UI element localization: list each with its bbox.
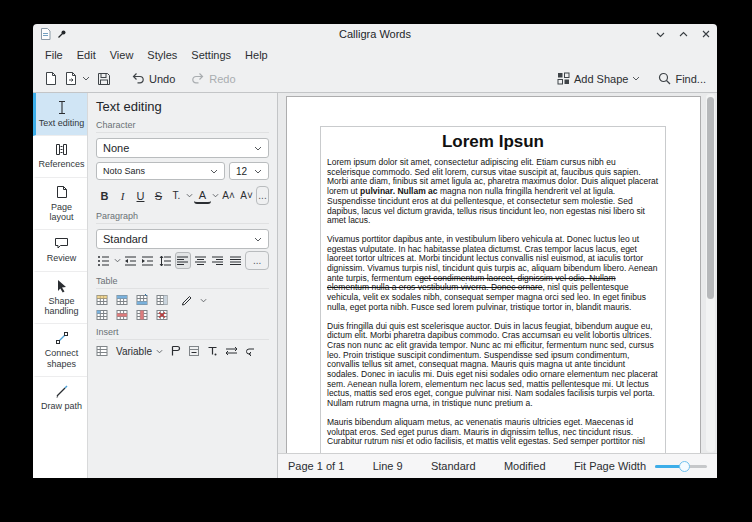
vertical-scrollbar[interactable] — [706, 94, 715, 452]
status-bar: Page 1 of 1 Line 9 Standard Modified Fit… — [278, 453, 717, 478]
menu-item-styles[interactable]: Styles — [140, 47, 184, 63]
font-color-chevron-icon[interactable] — [212, 193, 219, 198]
strikethrough-button[interactable]: S — [150, 187, 167, 204]
menu-item-view[interactable]: View — [103, 47, 141, 63]
document-area[interactable]: Lorem Ipsun Lorem ipsum dolor sit amet, … — [278, 93, 717, 453]
font-color-button[interactable]: A — [194, 188, 211, 204]
increase-indent-button[interactable] — [140, 252, 156, 269]
insert-table-icon[interactable] — [96, 294, 109, 306]
sidebar-item-draw-path[interactable]: Draw path — [33, 377, 87, 418]
shrink-font-button[interactable]: A˅ — [238, 187, 255, 204]
script-chevron-icon[interactable] — [186, 193, 193, 198]
add-shape-chevron-icon — [632, 76, 640, 81]
document-paragraph: Duis fringilla dui quis est scelerisque … — [327, 322, 659, 409]
menu-item-settings[interactable]: Settings — [184, 47, 238, 63]
sidebar-label: Connect shapes — [38, 348, 85, 369]
redo-label: Redo — [209, 73, 235, 85]
footnote-icon[interactable] — [188, 345, 200, 357]
sidebar-label: Text editing — [39, 118, 85, 128]
border-pen-chevron-icon[interactable] — [200, 298, 207, 303]
insert-row-above-icon[interactable] — [116, 294, 129, 306]
align-center-button[interactable] — [193, 252, 209, 269]
section-label-table: Table — [96, 276, 269, 289]
list-style-chevron-icon[interactable] — [114, 258, 121, 263]
open-recent-chevron-icon[interactable] — [82, 76, 90, 81]
text-cursor-icon — [55, 100, 69, 115]
tool-sidebar: Text editing References Page layout Revi… — [33, 93, 88, 478]
zoom-slider-handle[interactable] — [679, 461, 690, 472]
variable-label: Variable — [116, 346, 152, 357]
bookmark-icon[interactable] — [170, 345, 181, 357]
text-frame[interactable]: Lorem Ipsun Lorem ipsum dolor sit amet, … — [320, 126, 666, 453]
border-pen-icon[interactable] — [180, 294, 193, 306]
delete-row-icon[interactable] — [116, 309, 129, 321]
connector-line-icon — [55, 331, 69, 345]
align-right-button[interactable] — [210, 252, 226, 269]
zoom-slider[interactable] — [655, 460, 707, 472]
line-spacing-button[interactable] — [158, 252, 174, 269]
sidebar-item-page-layout[interactable]: Page layout — [33, 178, 87, 231]
sidebar-item-connect-shapes[interactable]: Connect shapes — [33, 324, 87, 377]
delete-table-icon[interactable] — [156, 309, 169, 321]
sidebar-item-shape-handling[interactable]: Shape handling — [33, 272, 87, 325]
open-document-button[interactable] — [61, 69, 81, 88]
redo-button[interactable]: Redo — [188, 70, 238, 87]
grow-font-button[interactable]: A˄ — [220, 187, 237, 204]
undo-button[interactable]: Undo — [128, 70, 178, 87]
document-paragraph: Lorem ipsum dolor sit amet, consectetur … — [327, 158, 659, 226]
style-indicator[interactable]: Standard — [431, 460, 476, 472]
close-button[interactable] — [702, 30, 710, 38]
bold-button[interactable]: B — [96, 187, 113, 204]
new-document-button[interactable] — [41, 69, 61, 88]
paragraph-style-value: Standard — [103, 233, 254, 245]
chevron-down-icon — [210, 169, 218, 174]
align-left-button[interactable] — [175, 252, 191, 269]
italic-button[interactable]: I — [114, 187, 131, 204]
modified-indicator: Modified — [504, 460, 546, 472]
menu-item-help[interactable]: Help — [238, 47, 275, 63]
menu-item-file[interactable]: File — [38, 47, 70, 63]
break-icon[interactable] — [245, 346, 256, 356]
underline-button[interactable]: U — [132, 187, 149, 204]
find-label: Find... — [675, 73, 706, 85]
superscript-subscript-button[interactable]: T. — [168, 187, 185, 204]
document-paragraph: Mauris bibendum aliquam metus, ac venena… — [327, 418, 659, 447]
sidebar-item-references[interactable]: References — [33, 136, 87, 177]
paragraph-style-dropdown[interactable]: Standard — [96, 229, 269, 249]
delete-column-icon[interactable] — [136, 309, 149, 321]
save-button[interactable] — [94, 70, 114, 88]
text-insert-icon[interactable] — [207, 345, 218, 357]
minimize-button[interactable] — [656, 31, 665, 38]
document-page[interactable]: Lorem Ipsun Lorem ipsum dolor sit amet, … — [286, 96, 701, 453]
table-of-contents-icon[interactable] — [96, 345, 109, 357]
character-more-button[interactable]: ... — [256, 186, 269, 205]
insert-row-below-icon[interactable] — [136, 294, 149, 306]
cursor-arrow-icon — [56, 279, 68, 293]
spacing-arrows-icon[interactable] — [225, 346, 238, 356]
list-style-button[interactable] — [96, 252, 112, 269]
variable-dropdown[interactable]: Variable — [116, 346, 163, 357]
sidebar-label: References — [38, 159, 84, 169]
insert-column-icon[interactable] — [156, 294, 169, 306]
maximize-button[interactable] — [679, 31, 688, 38]
menu-item-edit[interactable]: Edit — [70, 47, 103, 63]
undo-label: Undo — [149, 73, 175, 85]
find-button[interactable]: Find... — [655, 70, 709, 87]
font-family-dropdown[interactable]: Noto Sans — [96, 162, 225, 180]
draw-path-icon — [55, 384, 69, 398]
zoom-mode-button[interactable]: Fit Page Width — [574, 460, 646, 472]
pin-icon[interactable] — [57, 29, 67, 39]
sidebar-item-review[interactable]: Review — [33, 230, 87, 271]
paragraph-more-button[interactable]: ... — [245, 251, 269, 270]
page-indicator: Page 1 of 1 — [288, 460, 344, 472]
character-style-dropdown[interactable]: None — [96, 138, 269, 158]
scrollbar-thumb[interactable] — [707, 97, 714, 299]
split-cells-icon[interactable] — [96, 309, 109, 321]
decrease-indent-button[interactable] — [123, 252, 139, 269]
add-shape-button[interactable]: Add Shape — [554, 70, 643, 87]
sidebar-item-text-editing[interactable]: Text editing — [33, 93, 87, 136]
align-justify-button[interactable] — [228, 252, 244, 269]
sidebar-label: Draw path — [41, 401, 82, 411]
main-area: Text editing References Page layout Revi… — [33, 93, 717, 478]
font-size-dropdown[interactable]: 12 — [229, 162, 269, 180]
